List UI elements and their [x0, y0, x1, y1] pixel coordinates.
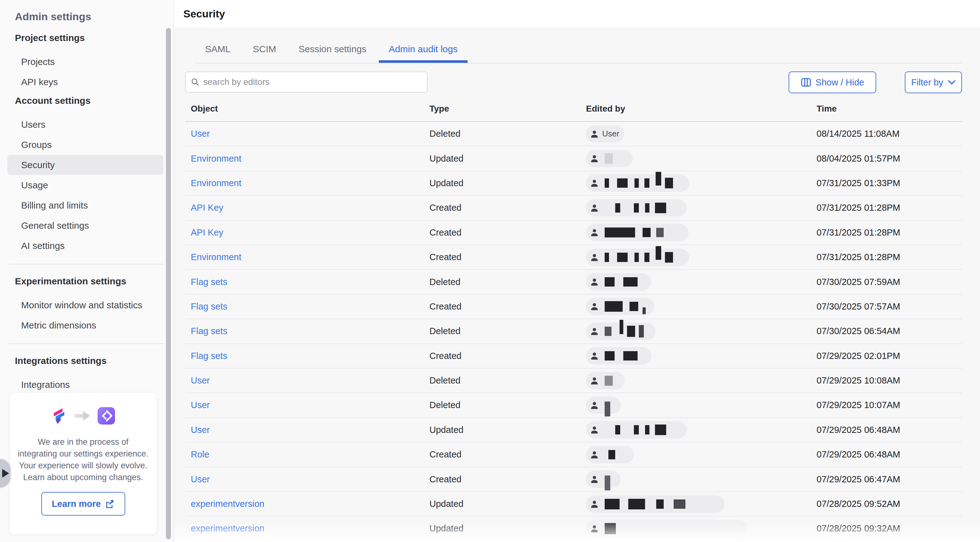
redacted-text-block [605, 402, 610, 416]
object-link[interactable]: Environment [191, 252, 242, 262]
redacted-text-block [635, 253, 639, 262]
type-cell: Deleted [430, 326, 586, 336]
sidebar-item-groups[interactable]: Groups [0, 135, 173, 155]
sidebar-item-monitor-window-and-statistics[interactable]: Monitor window and statistics [0, 295, 173, 315]
person-icon [590, 179, 599, 188]
object-link[interactable]: Environment [191, 153, 242, 163]
redacted-text-block [617, 179, 628, 188]
table-row: UserDeletedUser08/14/2025 11:08AM [185, 122, 962, 147]
object-link[interactable]: User [191, 474, 210, 484]
person-icon [590, 475, 599, 484]
table-row: EnvironmentUpdated08/04/2025 01:57PM [185, 147, 962, 171]
redacted-text-block [605, 376, 613, 386]
redacted-text-block [645, 425, 649, 434]
external-link-icon [105, 499, 115, 509]
object-link[interactable]: Flag sets [191, 277, 228, 287]
redacted-text-block [627, 326, 635, 337]
person-icon [590, 129, 599, 139]
table-row: UserDeleted07/29/2025 10:07AM [185, 393, 962, 418]
redacted-text-block [605, 301, 623, 312]
time-cell: 07/29/2025 10:07AM [816, 400, 962, 410]
redacted-text-block [644, 179, 649, 188]
object-link[interactable]: API Key [191, 202, 223, 212]
type-cell: Deleted [430, 277, 586, 287]
sidebar-item-users[interactable]: Users [0, 114, 173, 135]
object-link[interactable]: experimentversion [191, 523, 264, 533]
person-icon [590, 277, 599, 287]
object-link[interactable]: Role [191, 450, 209, 459]
learn-more-button[interactable]: Learn more [41, 492, 125, 516]
table-row: Flag setsCreated07/29/2025 02:01PM [185, 344, 962, 368]
sidebar: Admin settings Project settingsProjectsA… [0, 0, 174, 542]
sidebar-scrollbar-thumb[interactable] [166, 28, 171, 539]
table-row: Flag setsDeleted07/30/2025 07:59AM [185, 270, 962, 294]
arrow-right-icon [74, 410, 91, 421]
table-row: API KeyCreated07/31/2025 01:28PM [185, 221, 962, 245]
type-cell: Deleted [430, 375, 586, 386]
table-row: UserDeleted07/29/2025 10:08AM [185, 368, 962, 393]
search-input[interactable] [203, 72, 427, 92]
person-icon [590, 425, 599, 434]
harness-fme-logo [97, 407, 115, 425]
table-row: experimentversionUpdated07/28/2025 09:32… [185, 516, 962, 541]
tab-scim[interactable]: SCIM [243, 37, 286, 63]
object-link[interactable]: Flag sets [191, 351, 228, 361]
object-link[interactable]: Flag sets [191, 326, 228, 336]
sidebar-item-api-keys[interactable]: API keys [0, 72, 173, 92]
editor-badge: User [586, 125, 624, 143]
content-area: SAMLSCIMSession settingsAdmin audit logs [174, 27, 980, 542]
object-link[interactable]: experimentversion [191, 499, 264, 509]
sidebar-title: Admin settings [0, 0, 173, 25]
redacted-text-block [656, 499, 664, 509]
time-cell: 07/29/2025 10:08AM [816, 375, 962, 386]
type-cell: Deleted [430, 400, 586, 410]
time-cell: 07/28/2025 09:52AM [816, 499, 962, 509]
redacted-text-block [655, 202, 666, 213]
table-row: RoleCreated07/29/2025 06:48AM [185, 443, 962, 467]
object-link[interactable]: User [191, 375, 210, 385]
redacted-text-block [605, 351, 615, 360]
sidebar-item-projects[interactable]: Projects [0, 52, 173, 72]
redacted-text-block [623, 277, 638, 287]
person-icon [590, 228, 599, 237]
person-icon [590, 253, 599, 262]
editor-badge [586, 249, 689, 266]
object-link[interactable]: User [191, 400, 210, 410]
redacted-text-block [617, 253, 628, 262]
object-link[interactable]: Flag sets [191, 301, 228, 311]
object-link[interactable]: API Key [191, 228, 223, 238]
redacted-text-block [635, 179, 639, 188]
sidebar-item-billing-and-limits[interactable]: Billing and limits [0, 195, 173, 215]
editor-badge [586, 372, 625, 389]
object-link[interactable]: User [191, 129, 210, 139]
tab-admin-audit-logs[interactable]: Admin audit logs [379, 37, 468, 63]
redacted-text-block [605, 327, 611, 336]
redacted-text-block [639, 325, 644, 338]
sidebar-item-security[interactable]: Security [8, 155, 164, 175]
redacted-text-block [605, 475, 610, 490]
object-link[interactable]: User [191, 425, 210, 435]
redacted-text-block [615, 425, 620, 434]
show-hide-button[interactable]: Show / Hide [789, 72, 876, 93]
tab-saml[interactable]: SAML [195, 37, 240, 63]
time-cell: 07/30/2025 07:59AM [816, 277, 962, 287]
tab-session-settings[interactable]: Session settings [289, 37, 376, 63]
type-cell: Updated [430, 153, 586, 164]
sidebar-item-ai-settings[interactable]: AI settings [0, 236, 173, 256]
time-cell: 07/28/2025 09:32AM [816, 523, 962, 534]
sidebar-item-metric-dimensions[interactable]: Metric dimensions [0, 315, 173, 335]
editor-name: User [602, 129, 619, 139]
table-row: API KeyCreated07/31/2025 01:28PM [185, 196, 962, 220]
column-header-type: Type [430, 104, 586, 114]
sidebar-item-usage[interactable]: Usage [0, 175, 173, 195]
editor-badge [586, 150, 633, 167]
type-cell: Updated [430, 499, 586, 509]
filter-by-button[interactable]: Filter by [905, 72, 962, 93]
object-link[interactable]: Environment [191, 178, 242, 188]
sidebar-item-integrations[interactable]: Integrations [0, 375, 173, 395]
sidebar-item-general-settings[interactable]: General settings [0, 215, 173, 236]
type-cell: Created [430, 351, 586, 361]
redacted-text-block [620, 320, 623, 334]
type-cell: Updated [430, 178, 586, 188]
search-box [185, 72, 428, 92]
